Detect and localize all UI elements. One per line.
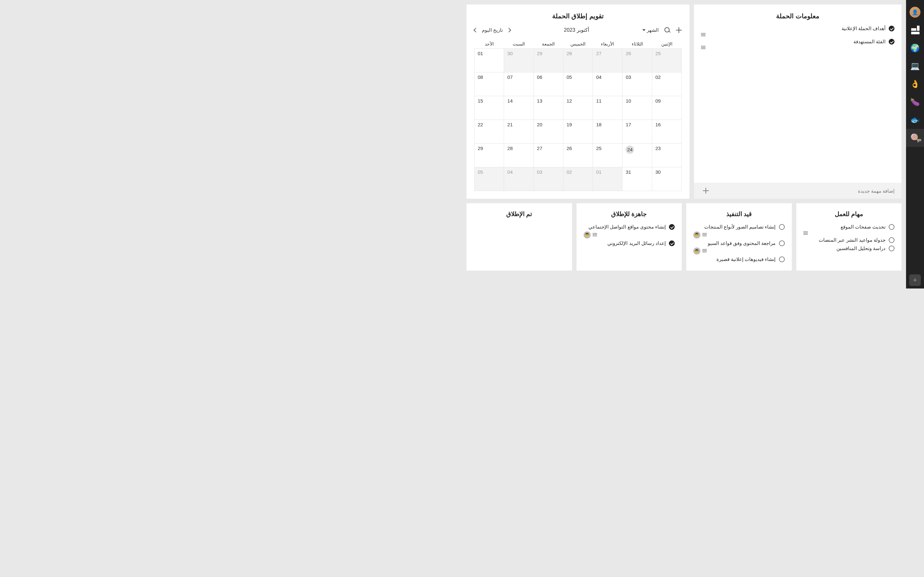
chevron-down-icon [642,29,646,31]
calendar-day[interactable]: 08 [475,73,504,96]
kanban-column: مهام للعمل تحديث صفحات الموقع جدولة مواع… [796,203,902,271]
calendar-day[interactable]: 06 [533,73,563,96]
calendar-day[interactable]: 05 [475,167,504,191]
calendar-day[interactable]: 18 [593,120,622,143]
calendar-day[interactable]: 09 [652,96,682,120]
task-checkbox[interactable] [889,237,895,243]
assignee-avatar: 👨 [693,231,700,239]
task-checkbox[interactable] [779,256,785,262]
task-checkbox[interactable] [889,245,895,251]
calendar-title: تقويم إطلاق الحملة [474,12,682,22]
calendar-day[interactable]: 17 [622,120,652,143]
task-item[interactable]: دراسة وتحليل المنافسين [803,245,895,252]
fish-icon: 🐟 [910,115,920,124]
assignee-avatar: 👨 [583,231,591,239]
calendar-day[interactable]: 27 [593,49,622,73]
task-checkbox[interactable] [889,224,895,230]
weekday-header: الأربعاء [593,39,622,49]
logo-icon [911,26,919,35]
view-label: الشهر [647,27,659,33]
task-title: الفئة المستهدفة [701,38,885,45]
today-button[interactable]: تاريخ اليوم [482,27,503,33]
calendar-day[interactable]: 04 [593,73,622,96]
calendar-day[interactable]: 13 [533,96,563,120]
column-title: تم الإطلاق [473,210,565,218]
calendar-day[interactable]: 19 [563,120,593,143]
sidebar-logo[interactable] [906,21,924,39]
calendar-day[interactable]: 21 [504,120,533,143]
task-checkbox[interactable] [669,224,675,230]
task-checkbox[interactable] [669,240,675,246]
calendar-view-select[interactable]: الشهر [642,27,659,33]
calendar-day[interactable]: 28 [504,143,533,167]
calendar-add-icon[interactable] [676,27,682,33]
task-checkbox[interactable] [889,26,895,31]
task-checkbox[interactable] [779,224,785,230]
search-icon[interactable] [664,27,670,33]
calendar-next-icon[interactable] [473,27,478,32]
calendar-day[interactable]: 22 [475,120,504,143]
calendar-prev-icon[interactable] [507,27,511,32]
task-title: أهداف الحملة الإعلانية [701,25,885,32]
weekday-header: الخميس [563,39,593,49]
calendar-day[interactable]: 02 [563,167,593,191]
calendar-day[interactable]: 15 [475,96,504,120]
calendar-day[interactable]: 28 [563,49,593,73]
task-item[interactable]: إعداد رسائل البريد الإلكتروني [583,240,675,247]
calendar-day[interactable]: 05 [563,73,593,96]
info-task-list: أهداف الحملة الإعلانية الفئة المستهدفة [694,22,901,183]
task-item[interactable]: جدولة مواعيد النشر عبر المنصات [803,237,895,244]
notes-icon [702,233,707,237]
sidebar-candy[interactable]: 🍭🏁 [906,129,924,147]
calendar-day[interactable]: 26 [622,49,652,73]
calendar-day[interactable]: 26 [563,143,593,167]
calendar-day[interactable]: 04 [504,167,533,191]
calendar-day[interactable]: 25 [593,143,622,167]
add-task-input[interactable] [712,188,895,193]
task-item[interactable]: تحديث صفحات الموقع [803,223,895,235]
calendar-day[interactable]: 14 [504,96,533,120]
calendar-day[interactable]: 12 [563,96,593,120]
sidebar-eggplant[interactable]: 🍆 [906,93,924,111]
calendar-grid: الإثنينالثلاثاءالأربعاءالخميسالجمعةالسبت… [474,39,682,191]
task-title: إنشاء فيديوهات إعلانية قصيرة [693,256,776,263]
sidebar-globe[interactable]: 🌍 [906,39,924,57]
calendar-day[interactable]: 27 [533,143,563,167]
sidebar-fish[interactable]: 🐟 [906,111,924,129]
task-item[interactable]: مراجعة المحتوى وفق قواعد السيو 👨 [693,240,785,255]
calendar-day[interactable]: 11 [593,96,622,120]
calendar-day[interactable]: 16 [652,120,682,143]
laptop-icon: 💻 [910,61,920,71]
task-title: تحديث صفحات الموقع [803,223,886,231]
task-checkbox[interactable] [779,240,785,246]
calendar-day[interactable]: 20 [533,120,563,143]
add-task-plus-icon[interactable] [703,188,709,193]
sidebar-add-button[interactable]: + [909,274,921,286]
sidebar-avatar[interactable]: 👤 [906,3,924,21]
calendar-day[interactable]: 03 [533,167,563,191]
calendar-day[interactable]: 29 [533,49,563,73]
plus-icon: + [913,276,917,284]
task-item[interactable]: الفئة المستهدفة [701,38,895,50]
weekday-header: الجمعة [533,39,563,49]
calendar-day[interactable]: 23 [652,143,682,167]
calendar-day[interactable]: 30 [652,167,682,191]
task-item[interactable]: إنشاء فيديوهات إعلانية قصيرة [693,256,785,263]
task-checkbox[interactable] [889,39,895,45]
task-item[interactable]: إنشاء تصاميم الصور لأنواع المنتجات 👨 [693,223,785,239]
task-item[interactable]: إنشاء محتوى مواقع التواصل الإجتماعي 👨 [583,223,675,239]
sidebar-laptop[interactable]: 💻 [906,57,924,75]
calendar-day[interactable]: 24 [622,143,652,167]
calendar-day[interactable]: 10 [622,96,652,120]
calendar-day[interactable]: 02 [652,73,682,96]
calendar-day[interactable]: 01 [475,49,504,73]
calendar-day[interactable]: 25 [652,49,682,73]
task-item[interactable]: أهداف الحملة الإعلانية [701,25,895,37]
calendar-day[interactable]: 29 [475,143,504,167]
calendar-day[interactable]: 01 [593,167,622,191]
calendar-day[interactable]: 30 [504,49,533,73]
calendar-day[interactable]: 31 [622,167,652,191]
calendar-day[interactable]: 07 [504,73,533,96]
sidebar-ok[interactable]: 👌 [906,75,924,93]
calendar-day[interactable]: 03 [622,73,652,96]
